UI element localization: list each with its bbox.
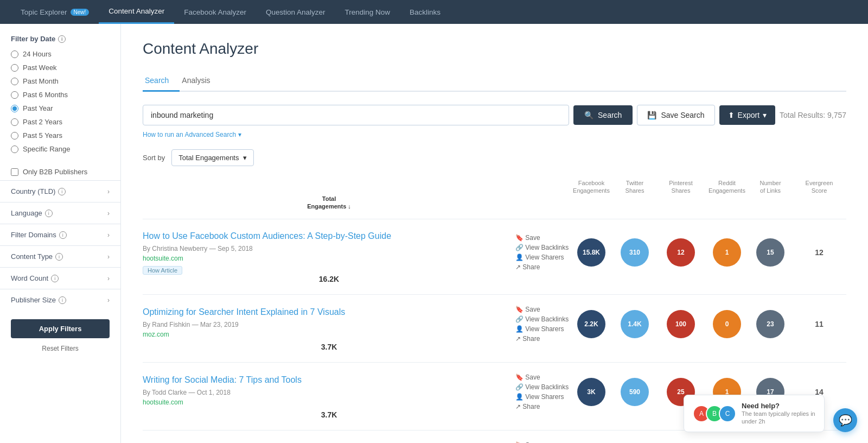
language-info-icon[interactable]: i xyxy=(45,210,53,217)
page-title: Content Analyzer xyxy=(143,40,846,58)
publisher-size-filter[interactable]: Publisher Size i › xyxy=(0,289,120,311)
chevron-right-icon-6: › xyxy=(107,296,110,304)
date-option-past-week[interactable]: Past Week xyxy=(11,62,110,73)
nav-question-analyzer-label: Question Analyzer xyxy=(266,8,326,16)
share-link[interactable]: ↗ Share xyxy=(515,263,570,271)
language-filter[interactable]: Language i › xyxy=(0,202,120,224)
filter-date-title: Filter by Date i xyxy=(11,35,110,43)
table-row: Optimizing for Searcher Intent Explained… xyxy=(143,294,846,362)
view-sharers-link[interactable]: 👤 View Sharers xyxy=(515,393,570,401)
reddit-bubble: 0 xyxy=(713,310,741,338)
export-chevron-icon: ▾ xyxy=(763,111,767,119)
facebook-bubble: 2.2K xyxy=(577,310,605,338)
country-info-icon[interactable]: i xyxy=(58,188,66,195)
nav-content-analyzer[interactable]: Content Analyzer xyxy=(99,0,174,24)
date-option-past-6-months[interactable]: Past 6 Months xyxy=(11,89,110,100)
filter-date-info-icon[interactable]: i xyxy=(58,35,66,43)
filter-by-date-section: Filter by Date i 24 Hours Past Week Past… xyxy=(0,35,120,163)
total-engagements: 3.7K xyxy=(143,410,515,419)
result-title[interactable]: Writing for Social Media: 7 Tips and Too… xyxy=(143,374,505,386)
result-title[interactable]: Optimizing for Searcher Intent Explained… xyxy=(143,306,505,318)
date-option-past-5-years[interactable]: Past 5 Years xyxy=(11,130,110,141)
save-search-button[interactable]: 💾 Save Search xyxy=(637,105,714,125)
nav-question-analyzer[interactable]: Question Analyzer xyxy=(256,0,335,24)
result-meta: By Todd Clarke — Oct 1, 2018 xyxy=(143,389,505,396)
table-row: How to Use Facebook Custom Audiences: A … xyxy=(143,219,846,294)
date-option-specific-range[interactable]: Specific Range xyxy=(11,143,110,155)
view-backlinks-link[interactable]: 🔗 View Backlinks xyxy=(515,244,570,251)
nav-facebook-analyzer-label: Facebook Analyzer xyxy=(184,8,246,16)
date-radio-group: 24 Hours Past Week Past Month Past 6 Mon… xyxy=(11,48,110,155)
col-header-reddit: Reddit Engagements xyxy=(705,179,749,195)
nav-backlinks[interactable]: Backlinks xyxy=(400,0,450,24)
chevron-right-icon-5: › xyxy=(107,275,110,282)
chevron-right-icon: › xyxy=(107,188,110,195)
date-option-past-2-years[interactable]: Past 2 Years xyxy=(11,116,110,128)
tab-search[interactable]: Search xyxy=(143,71,180,92)
word-count-info-icon[interactable]: i xyxy=(51,275,59,282)
nav-facebook-analyzer[interactable]: Facebook Analyzer xyxy=(174,0,256,24)
view-sharers-link[interactable]: 👤 View Sharers xyxy=(515,325,570,333)
content-type-filter[interactable]: Content Type i › xyxy=(0,245,120,267)
result-left: Optimizing for Searcher Intent Explained… xyxy=(143,306,515,341)
sort-select[interactable]: Total Engagements ▾ xyxy=(171,149,254,166)
chevron-right-icon-3: › xyxy=(107,231,110,239)
col-header-links: Number of Links xyxy=(749,179,792,195)
twitter-bubble: 310 xyxy=(621,238,649,267)
tab-analysis[interactable]: Analysis xyxy=(180,71,221,92)
facebook-bubble: 3K xyxy=(577,378,605,406)
col-header-pinterest: Pinterest Shares xyxy=(656,179,705,195)
filter-domains-filter[interactable]: Filter Domains i › xyxy=(0,224,120,245)
date-option-24h[interactable]: 24 Hours xyxy=(11,48,110,60)
result-tag: How Article xyxy=(143,266,182,275)
nav-trending-now-label: Trending Now xyxy=(345,8,391,16)
chevron-right-icon-4: › xyxy=(107,253,110,261)
nav-topic-explorer[interactable]: Topic Explorer New! xyxy=(11,0,99,24)
links-bubble: 15 xyxy=(756,238,784,267)
share-link[interactable]: ↗ Share xyxy=(515,335,570,343)
country-tld-filter[interactable]: Country (TLD) i › xyxy=(0,180,120,202)
view-backlinks-link[interactable]: 🔗 View Backlinks xyxy=(515,315,570,323)
share-link[interactable]: ↗ Share xyxy=(515,403,570,410)
filter-domains-info-icon[interactable]: i xyxy=(59,231,67,239)
save-link[interactable]: 🔖 Save xyxy=(515,441,570,443)
word-count-filter[interactable]: Word Count i › xyxy=(0,267,120,289)
evergreen-score: 11 xyxy=(792,320,846,328)
links-bubble: 23 xyxy=(756,310,784,338)
save-icon: 💾 xyxy=(647,111,656,119)
tab-bar: Search Analysis xyxy=(143,71,846,92)
b2b-publishers-checkbox[interactable]: Only B2B Publishers xyxy=(0,163,120,180)
view-backlinks-link[interactable]: 🔗 View Backlinks xyxy=(515,383,570,391)
advanced-search-link[interactable]: How to run an Advanced Search ▾ xyxy=(143,131,846,138)
help-avatars: A B C xyxy=(693,405,736,422)
result-domain: hootsuite.com xyxy=(143,398,505,406)
save-link[interactable]: 🔖 Save xyxy=(515,374,570,381)
reset-filters-link[interactable]: Reset Filters xyxy=(0,343,120,355)
chevron-down-icon: ▾ xyxy=(238,131,241,138)
search-icon: 🔍 xyxy=(584,111,593,119)
pinterest-bubble: 100 xyxy=(667,310,695,338)
search-button[interactable]: 🔍 Search xyxy=(573,105,633,125)
save-link[interactable]: 🔖 Save xyxy=(515,306,570,313)
result-left: Writing for Social Media: 7 Tips and Too… xyxy=(143,374,515,409)
chat-button[interactable]: 💬 xyxy=(833,408,857,432)
twitter-bubble: 590 xyxy=(621,378,649,406)
nav-trending-now[interactable]: Trending Now xyxy=(335,0,400,24)
nav-topic-explorer-label: Topic Explorer xyxy=(21,8,67,16)
result-actions: 🔖 Save 🔗 View Backlinks 👤 View Sharers ↗… xyxy=(515,234,570,271)
view-sharers-link[interactable]: 👤 View Sharers xyxy=(515,254,570,261)
col-header-facebook: Facebook Engagements xyxy=(570,179,613,195)
pinterest-bubble: 12 xyxy=(667,238,695,267)
date-option-past-month[interactable]: Past Month xyxy=(11,75,110,87)
reddit-bubble: 1 xyxy=(713,238,741,267)
result-title[interactable]: How to Use Facebook Custom Audiences: A … xyxy=(143,230,505,242)
export-button[interactable]: ⬆ Export ▾ xyxy=(719,105,775,125)
apply-filters-button[interactable]: Apply Filters xyxy=(11,319,110,338)
result-domain: hootsuite.com xyxy=(143,255,505,262)
save-link[interactable]: 🔖 Save xyxy=(515,234,570,242)
search-input[interactable] xyxy=(143,105,569,125)
date-option-past-year[interactable]: Past Year xyxy=(11,103,110,114)
content-type-info-icon[interactable]: i xyxy=(55,253,63,261)
total-results: Total Results: 9,757 xyxy=(780,111,846,119)
publisher-size-info-icon[interactable]: i xyxy=(59,296,66,304)
